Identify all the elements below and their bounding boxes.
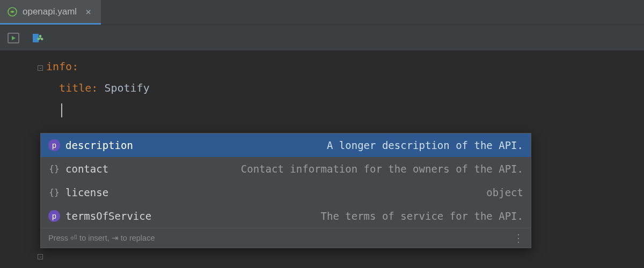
text-caret [61, 103, 62, 117]
svg-marker-2 [12, 36, 16, 40]
code-line: info: [46, 56, 644, 77]
completion-footer-hint: Press ⏎ to insert, ⇥ to replace [48, 234, 155, 242]
completion-item-label: termsOfService [65, 207, 151, 225]
yaml-key: info [46, 60, 72, 73]
completion-item-hint: Contact information for the owners of th… [241, 160, 523, 177]
code-line-caret [46, 99, 644, 120]
completion-footer: Press ⏎ to insert, ⇥ to replace ⋮ [41, 228, 531, 248]
property-kind-icon: p [48, 139, 60, 151]
completion-item-hint: The terms of service for the API. [321, 207, 524, 225]
completion-item-label: description [65, 137, 133, 154]
fold-handle-icon[interactable] [38, 254, 43, 259]
completion-item[interactable]: pdescriptionA longer description of the … [41, 133, 531, 157]
svg-rect-3 [33, 34, 39, 42]
fan-icon[interactable] [32, 32, 44, 44]
completion-item-label: contact [65, 160, 108, 177]
openapi-file-icon [8, 7, 17, 17]
gutter [0, 50, 43, 268]
yaml-key: title [59, 81, 91, 94]
editor-toolbar [0, 25, 644, 50]
fold-handle-icon[interactable] [38, 65, 43, 71]
object-kind-icon: {} [48, 187, 60, 198]
yaml-value: Spotify [104, 81, 149, 94]
completion-item-label: license [65, 184, 108, 201]
completion-item[interactable]: {}contactContact information for the own… [41, 157, 531, 181]
tab-close-icon[interactable]: × [85, 6, 91, 17]
object-kind-icon: {} [48, 163, 60, 175]
tab-bar: openapi.yaml × [0, 0, 644, 25]
completion-item-hint: A longer description of the API. [327, 137, 523, 154]
run-icon[interactable] [8, 32, 19, 44]
code-completion-popup: pdescriptionA longer description of the … [40, 133, 531, 248]
completion-item[interactable]: {}licenseobject [41, 181, 531, 204]
property-kind-icon: p [48, 210, 60, 222]
tab-filename: openapi.yaml [23, 6, 77, 17]
completion-item[interactable]: ptermsOfServiceThe terms of service for … [41, 204, 531, 228]
code-line: title: Spotify [46, 77, 644, 99]
completion-item-hint: object [486, 184, 523, 201]
editor-tab[interactable]: openapi.yaml × [0, 0, 101, 25]
more-options-icon[interactable]: ⋮ [513, 232, 523, 244]
